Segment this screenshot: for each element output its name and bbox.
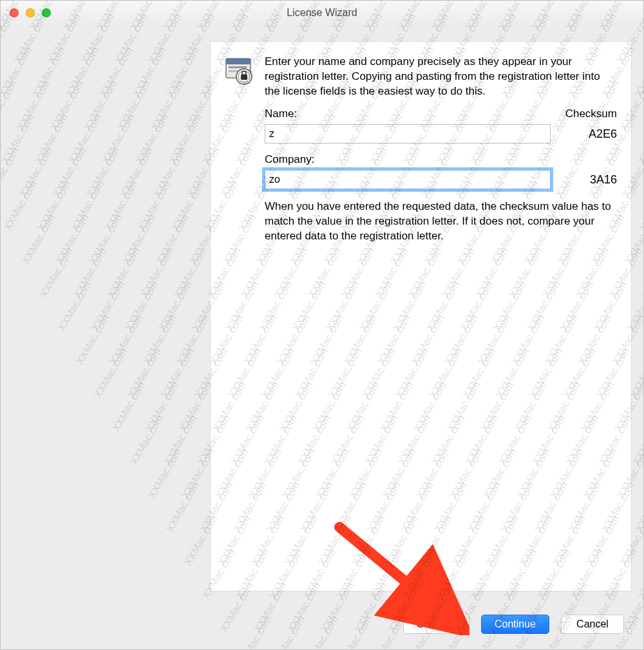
watermark-text: XXMac.com [136,179,174,233]
watermark-text: XXMac.com [0,45,1,99]
name-checksum: A2E6 [564,126,617,142]
watermark-text: XXMac.com [102,179,140,233]
watermark-text: XXMac.com [115,79,153,133]
watermark-text: XXMac.com [15,79,53,133]
svg-rect-7 [241,75,247,80]
watermark-text: XXMac.com [20,212,58,266]
button-row: Go Back Continue Cancel [1,615,643,634]
watermark-text: XXMac.com [128,413,166,467]
watermark-text: XXMac.com [30,45,68,99]
watermark-text: XXMac.com [84,145,122,200]
app-icon [225,57,254,87]
watermark-text: XXMac.com [17,145,55,200]
watermark-text: XXMac.com [110,380,148,434]
watermark-text: XXMac.com [0,112,37,166]
watermark-text: XXMac.com [100,112,138,166]
name-label: Name: [265,107,297,122]
watermark-text: XXMac.com [0,45,34,99]
watermark-text: XXMac.com [162,413,200,467]
watermark-text: XXMac.com [159,346,197,400]
watermark-text: XXMac.com [126,346,164,400]
watermark-text: XXMac.com [35,179,73,233]
watermark-text: XXMac.com [56,279,94,333]
company-field[interactable]: zo [265,170,551,189]
watermark-text: XXMac.com [151,145,189,200]
watermark-text: XXMac.com [64,45,102,99]
title-bar: License Wizard [1,1,643,26]
window: License Wizard [0,0,644,650]
watermark-text: XXMac.com [120,212,158,266]
watermark-text: XXMac.com [69,179,107,233]
watermark-text: XXMac.com [105,246,143,300]
watermark-text: XXMac.com [144,380,182,434]
continue-button[interactable]: Continue [481,615,549,634]
watermark-text: XXMac.com [38,246,76,300]
watermark-text: XXMac.com [164,45,202,99]
watermark-text: XXMac.com [638,179,644,233]
company-label: Company: [265,153,314,167]
content-panel: Enter your name and company precisely as… [210,41,632,591]
name-field[interactable]: z [265,124,551,144]
watermark-text: XXMac.com [636,547,644,601]
watermark-text: XXMac.com [636,112,644,166]
watermark-text: XXMac.com [87,212,125,266]
checksum-note: When you have entered the requested data… [225,200,617,244]
watermark-text: XXMac.com [633,45,644,99]
intro-text: Enter your name and company precisely as… [265,55,617,99]
watermark-text: XXMac.com [641,246,644,300]
window-title: License Wizard [1,7,643,19]
watermark-text: XXMac.com [90,279,128,333]
watermark-text: XXMac.com [167,112,205,166]
watermark-text: XXMac.com [169,179,207,233]
watermark-text: XXMac.com [633,480,644,534]
watermark-text: XXMac.com [0,79,19,133]
watermark-text: XXMac.com [71,246,109,300]
watermark-text: XXMac.com [141,313,179,367]
watermark-text: XXMac.com [146,447,184,501]
watermark-text: XXMac.com [2,179,40,233]
watermark-text: XXMac.com [53,212,91,266]
watermark-text: XXMac.com [51,145,89,200]
window-body: Enter your name and company precisely as… [1,25,643,649]
watermark-text: XXMac.com [177,380,215,434]
watermark-text: XXMac.com [92,346,130,400]
go-back-button[interactable]: Go Back [403,615,469,634]
svg-rect-2 [229,66,247,68]
name-field-value: z [269,128,274,139]
watermark-text: XXMac.com [164,480,202,534]
watermark-text: XXMac.com [131,45,169,99]
watermark-text: XXMac.com [97,45,135,99]
watermark-text: XXMac.com [156,279,194,333]
watermark-text: XXMac.com [118,145,156,200]
checksum-label: Checksum [565,107,617,122]
watermark-text: XXMac.com [133,112,171,166]
company-checksum: 3A16 [564,172,617,187]
watermark-text: XXMac.com [138,246,176,300]
watermark-text: XXMac.com [0,112,3,166]
watermark-text: XXMac.com [48,79,86,133]
watermark-text: XXMac.com [172,246,210,300]
watermark-text: XXMac.com [33,112,71,166]
watermark-text: XXMac.com [175,313,213,367]
watermark-text: XXMac.com [0,145,21,200]
watermark-text: XXMac.com [74,313,112,367]
watermark-text: XXMac.com [66,112,104,166]
watermark-text: XXMac.com [630,413,644,467]
cancel-button[interactable]: Cancel [561,615,624,634]
svg-rect-1 [226,59,251,64]
watermark-text: XXMac.com [123,279,161,333]
company-field-value: zo [269,174,280,185]
watermark-text: XXMac.com [149,79,187,133]
watermark-text: XXMac.com [154,212,192,266]
watermark-text: XXMac.com [108,313,146,367]
watermark-text: XXMac.com [82,79,120,133]
